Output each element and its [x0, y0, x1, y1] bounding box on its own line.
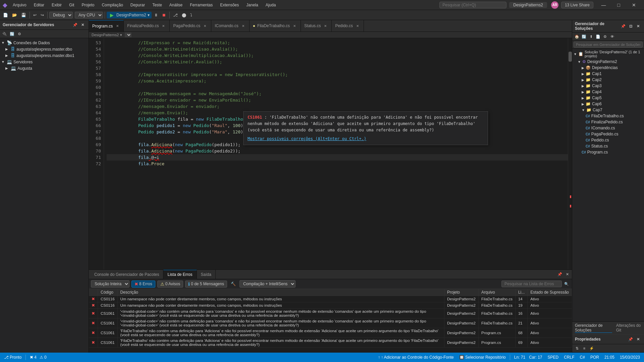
- error-row-4[interactable]: ✖ CS1061 '<invalid-global-code>' não con…: [89, 318, 572, 328]
- sol-preview-button[interactable]: 👁: [609, 33, 615, 40]
- props-sort-button[interactable]: ⇅: [574, 345, 580, 352]
- sol-item-dependencies[interactable]: ▶ 📦 Dependências: [572, 65, 644, 71]
- tab-close-icon[interactable]: ✕: [202, 23, 208, 28]
- encoding-indicator[interactable]: SPED: [546, 355, 560, 360]
- sol-item-solution[interactable]: ▼ 📋 Solução 'DesignPatterns2' (1 de 1 pr…: [572, 49, 644, 59]
- sol-item-fila-trabalho[interactable]: C# FilaDeTrabalho.cs: [572, 113, 644, 119]
- status-errors[interactable]: ✖ 4 ⚠ 0: [29, 355, 48, 360]
- col-icon[interactable]: [89, 289, 98, 296]
- status-git-branch[interactable]: ⎇ Pronto: [3, 355, 23, 360]
- warnings-filter-button[interactable]: ⚠ 0 Avisos: [157, 281, 183, 288]
- open-button[interactable]: 📂: [10, 12, 19, 18]
- tab-close-icon[interactable]: ✕: [115, 23, 120, 29]
- solution-search-input[interactable]: [574, 42, 643, 48]
- menu-ajuda[interactable]: Ajuda: [262, 1, 279, 9]
- col-file[interactable]: Arquivo: [479, 289, 516, 296]
- sol-item-cap6[interactable]: ▶ 📁 Cap6: [572, 101, 644, 107]
- server-explorer-refresh-button[interactable]: 🔄: [9, 31, 15, 37]
- tab-close-icon[interactable]: ✕: [323, 23, 328, 28]
- menu-analise[interactable]: Análise: [166, 1, 186, 9]
- sol-item-cap1[interactable]: ▶ 📁 Cap1: [572, 71, 644, 77]
- tab-close-icon[interactable]: ✕: [355, 23, 360, 28]
- fix-link[interactable]: Mostrar possíveis correções (Alt+Enter o…: [248, 136, 366, 141]
- server-explorer-pin-button[interactable]: 📌: [72, 21, 78, 28]
- breadcrumb-project[interactable]: DesignPatterns2: [92, 33, 119, 37]
- solution-explorer-close-button[interactable]: ✕: [635, 23, 641, 29]
- col-project[interactable]: Projeto: [444, 289, 478, 296]
- maximize-button[interactable]: □: [611, 0, 626, 10]
- sol-item-cap4[interactable]: ▶ 📁 Cap4: [572, 89, 644, 95]
- tab-finaliza-pedido[interactable]: FinalizaPedido.cs ✕: [124, 20, 170, 32]
- errors-filter-button[interactable]: ✖ 8 Erros: [131, 281, 155, 288]
- tab-icomando[interactable]: IComando.cs ✕: [211, 20, 250, 32]
- tab-fila-trabalho[interactable]: ● FilaDeTrabalho.cs ✕: [250, 20, 301, 32]
- code-content[interactable]: //IExpressao r = new Raiz(direita); //Co…: [104, 38, 568, 269]
- sol-item-cap2[interactable]: ▶ 📁 Cap2: [572, 77, 644, 83]
- menu-janela[interactable]: Janela: [243, 1, 261, 9]
- language-indicator[interactable]: C#: [579, 355, 586, 360]
- error-row-2[interactable]: ✖ CS0116 Um namespace não pode conter di…: [89, 302, 572, 309]
- server-explorer-settings-button[interactable]: ⚙: [16, 31, 23, 37]
- tab-error-list[interactable]: Lista de Erros: [163, 270, 197, 279]
- menu-teste[interactable]: Teste: [149, 1, 165, 9]
- search-error-icon[interactable]: 🔍: [563, 281, 570, 287]
- sol-all-files-button[interactable]: 📄: [595, 33, 601, 40]
- undo-button[interactable]: ↩: [32, 12, 38, 18]
- filter-scope-select[interactable]: Solução Inteira: [91, 280, 129, 288]
- debug-config-select[interactable]: Debug: [49, 12, 73, 18]
- tree-item-connections[interactable]: ▼ 📡 Conexões de Dados: [0, 40, 89, 46]
- line-col-indicator[interactable]: Ln: 71 Car: 17: [513, 355, 544, 360]
- git-changes-button[interactable]: ⎇: [171, 12, 179, 18]
- server-explorer-connect-button[interactable]: 🔌: [1, 31, 8, 37]
- menu-extensoes[interactable]: Extensões: [217, 1, 242, 9]
- sol-item-cap5[interactable]: ▶ 📁 Cap5: [572, 95, 644, 101]
- tab-program-cs[interactable]: Program.cs ✕: [89, 20, 124, 32]
- sol-item-paga-pedido[interactable]: C# PagaPedido.cs: [572, 131, 644, 137]
- sol-item-program[interactable]: C# Program.cs: [572, 149, 644, 155]
- menu-projeto[interactable]: Projeto: [78, 1, 98, 9]
- bottom-panel-pin-button[interactable]: 📌: [556, 271, 563, 278]
- messages-filter-button[interactable]: ℹ 0 de 5 Mensagens: [185, 281, 227, 288]
- menu-compilacao[interactable]: Compilação: [98, 1, 126, 9]
- solution-explorer-pin-button[interactable]: 📌: [620, 23, 627, 29]
- tab-close-icon[interactable]: ✕: [161, 23, 166, 28]
- tab-pedido[interactable]: Pedido.cs ✕: [332, 20, 364, 32]
- namespace-select[interactable]: [125, 33, 131, 37]
- minimize-button[interactable]: —: [596, 0, 611, 10]
- error-row-6[interactable]: ✖ CS1061 'FilaDeTrabalho' não contém uma…: [89, 338, 572, 348]
- props-pin-button[interactable]: 📌: [627, 336, 634, 343]
- tree-item-db1[interactable]: ▶ 🗄 augusta\sqlexpress.master.dbo: [0, 46, 89, 52]
- platform-config-select[interactable]: Any CPU: [75, 12, 103, 18]
- menu-arquivo[interactable]: Arquivo: [9, 1, 30, 9]
- sol-item-pedido[interactable]: C# Pedido.cs: [572, 137, 644, 143]
- tab-package-console[interactable]: Console do Gerenciador de Pacotes: [90, 270, 163, 279]
- sol-item-status[interactable]: C# Status.cs: [572, 143, 644, 149]
- sol-item-project[interactable]: ▼ ⚙ DesignPatterns2: [572, 59, 644, 65]
- menu-depurar[interactable]: Depurar: [127, 1, 148, 9]
- menu-exibir[interactable]: Exibir: [48, 1, 65, 9]
- error-row-1[interactable]: ✖ CS0116 Um namespace não pode conter di…: [89, 296, 572, 302]
- tab-close-icon[interactable]: ✕: [240, 23, 246, 28]
- tree-item-servers[interactable]: ▼ 💻 Servidores: [0, 59, 89, 65]
- error-row-5[interactable]: ✖ CS1061 'FilaDeTrabalho' não contém uma…: [89, 328, 572, 338]
- global-search-input[interactable]: [439, 2, 506, 8]
- bottom-panel-close-button[interactable]: ✕: [564, 271, 571, 278]
- tab-close-icon[interactable]: ✕: [292, 23, 297, 28]
- add-source-control-button[interactable]: ↑ ↑ Adicionar ao Controle do Código-Font…: [377, 355, 455, 360]
- col-status[interactable]: Estado de Supressão: [528, 289, 572, 296]
- redo-button[interactable]: ↪: [39, 12, 46, 18]
- select-repo-button[interactable]: 🔲 Selecionar Repositório: [458, 355, 507, 360]
- sol-properties-button[interactable]: ⚙: [602, 33, 608, 40]
- menu-editar[interactable]: Editar: [31, 1, 48, 9]
- sol-collapse-button[interactable]: ⬆: [588, 33, 594, 40]
- new-file-button[interactable]: 📄: [1, 12, 10, 18]
- col-line[interactable]: Li...: [515, 289, 527, 296]
- line-ending-indicator[interactable]: CRLF: [562, 355, 576, 360]
- error-row-3[interactable]: ✖ CS1061 '<invalid-global-code>' não con…: [89, 309, 572, 318]
- tree-item-augusta[interactable]: ▶ 💻 Augusta: [0, 65, 89, 71]
- save-button[interactable]: 💾: [19, 12, 28, 18]
- run-project-button[interactable]: ▶ DesignPatterns2 ▾: [107, 12, 152, 18]
- col-desc[interactable]: Descrição: [117, 289, 444, 296]
- tab-paga-pedido[interactable]: PagaPedido.cs ✕: [170, 20, 211, 32]
- props-close-button[interactable]: ✕: [635, 336, 641, 343]
